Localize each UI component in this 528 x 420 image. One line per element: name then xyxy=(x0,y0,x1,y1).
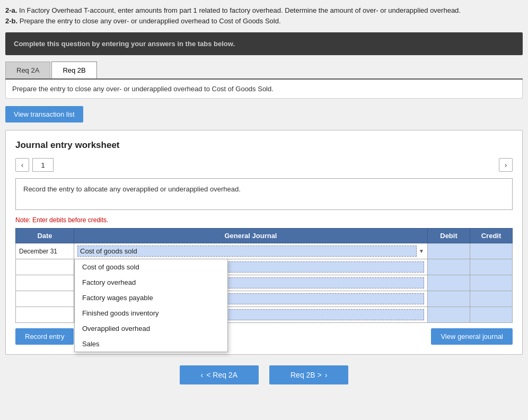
dropdown-item-oo[interactable]: Overapplied overhead xyxy=(75,321,227,336)
req-description: Prepare the entry to close any over- or … xyxy=(5,80,523,99)
debit-cell-1[interactable] xyxy=(428,243,470,259)
tab-req2a[interactable]: Req 2A xyxy=(5,62,50,78)
table-row: December 31 Cost of goods sold Factory o… xyxy=(16,243,513,259)
dropdown-item-cogs[interactable]: Cost of goods sold xyxy=(75,259,227,275)
date-cell-2 xyxy=(16,259,74,275)
view-transaction-button[interactable]: View transaction list xyxy=(5,106,83,122)
debit-input-5[interactable] xyxy=(431,310,467,320)
date-cell-3 xyxy=(16,275,74,291)
gj-select-1[interactable]: Cost of goods sold Factory overhead Fact… xyxy=(77,246,417,257)
credit-input-2[interactable] xyxy=(473,262,509,272)
next-icon: › xyxy=(325,371,328,379)
dropdown-list: Cost of goods sold Factory overhead Fact… xyxy=(75,259,227,352)
col-gj: General Journal xyxy=(74,229,428,243)
part2a-label: 2-a. xyxy=(5,6,17,14)
complete-box: Complete this question by entering your … xyxy=(5,32,523,55)
worksheet-container: Journal entry worksheet ‹ 1 › Record the… xyxy=(5,130,523,355)
debit-cell-3[interactable] xyxy=(428,275,470,291)
part2a-text: In Factory Overhead T-account, enter amo… xyxy=(17,6,461,14)
tab-req2b[interactable]: Req 2B xyxy=(51,62,96,78)
dropdown-item-sales[interactable]: Sales xyxy=(75,336,227,352)
credit-cell-5[interactable] xyxy=(470,307,513,323)
page-wrapper: 2-a. In Factory Overhead T-account, ente… xyxy=(0,0,528,395)
tabs-bar: Req 2A Req 2B xyxy=(5,62,523,80)
credit-input-4[interactable] xyxy=(473,294,509,304)
dropdown-item-fwp[interactable]: Factory wages payable xyxy=(75,290,227,305)
credit-cell-3[interactable] xyxy=(470,275,513,291)
instructions: 2-a. In Factory Overhead T-account, ente… xyxy=(5,5,523,26)
next-page-button[interactable]: › xyxy=(499,158,513,172)
page-number: 1 xyxy=(32,158,54,172)
journal-table: Date General Journal Debit Credit xyxy=(15,228,513,323)
view-general-journal-button[interactable]: View general journal xyxy=(431,328,513,345)
dropdown-item-fgi[interactable]: Finished goods inventory xyxy=(75,305,227,321)
credit-input-5[interactable] xyxy=(473,310,509,320)
date-cell-5 xyxy=(16,307,74,323)
gj-cell-1[interactable]: Cost of goods sold Factory overhead Fact… xyxy=(74,243,428,259)
gj-input-wrapper-1: Cost of goods sold Factory overhead Fact… xyxy=(77,246,424,257)
col-date: Date xyxy=(16,229,74,243)
footer-next-button[interactable]: Req 2B > › xyxy=(269,365,348,384)
dropdown-arrow-1: ▼ xyxy=(419,248,424,254)
record-entry-button[interactable]: Record entry xyxy=(15,328,74,345)
credit-input-3[interactable] xyxy=(473,278,509,288)
debit-input-1[interactable] xyxy=(431,246,467,256)
prev-page-button[interactable]: ‹ xyxy=(15,158,29,172)
debit-cell-5[interactable] xyxy=(428,307,470,323)
part2b-text: Prepare the entry to close any over- or … xyxy=(17,17,280,25)
prev-icon: ‹ xyxy=(201,371,204,379)
debit-cell-2[interactable] xyxy=(428,259,470,275)
nav-row: ‹ 1 › xyxy=(15,158,513,172)
col-debit: Debit xyxy=(428,229,470,243)
entry-description: Record the entry to allocate any overapp… xyxy=(15,178,513,210)
credit-cell-2[interactable] xyxy=(470,259,513,275)
debit-cell-4[interactable] xyxy=(428,291,470,307)
part2b-label: 2-b. xyxy=(5,17,17,25)
credit-input-1[interactable] xyxy=(473,246,509,256)
complete-box-text: Complete this question by entering your … xyxy=(14,40,235,48)
date-cell-1: December 31 xyxy=(16,243,74,259)
note-text: Note: Enter debits before credits. xyxy=(15,216,513,224)
credit-cell-4[interactable] xyxy=(470,291,513,307)
dropdown-overlay[interactable]: Cost of goods sold Factory overhead Fact… xyxy=(74,259,228,352)
credit-cell-1[interactable] xyxy=(470,243,513,259)
footer-prev-button[interactable]: ‹ < Req 2A xyxy=(180,365,259,384)
debit-input-4[interactable] xyxy=(431,294,467,304)
footer-nav: ‹ < Req 2A Req 2B > › xyxy=(5,365,523,384)
col-credit: Credit xyxy=(470,229,513,243)
dropdown-item-fo[interactable]: Factory overhead xyxy=(75,275,227,290)
debit-input-2[interactable] xyxy=(431,262,467,272)
worksheet-title: Journal entry worksheet xyxy=(15,140,513,151)
date-cell-4 xyxy=(16,291,74,307)
debit-input-3[interactable] xyxy=(431,278,467,288)
